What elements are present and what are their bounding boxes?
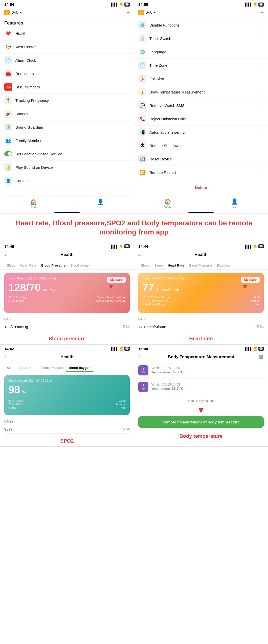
- left-dropdown-icon[interactable]: ▾: [20, 10, 22, 14]
- left-plus-button[interactable]: +: [126, 9, 130, 16]
- menu-item-fall-alert[interactable]: 🏃 Fall Alert ›: [134, 72, 268, 85]
- right-plus-button[interactable]: +: [260, 9, 264, 16]
- left-wifi-icon: 📶: [119, 3, 123, 6]
- menu-item-body-temp[interactable]: 🌡️ Body Temperature Measurement ›: [134, 85, 268, 99]
- tab-bo-hr[interactable]: Blood o...: [214, 262, 233, 269]
- bp-history: 04-29 128/70 mmHg 15:34: [0, 316, 134, 334]
- menu-item-sos[interactable]: SOS SOS Numbers ›: [0, 80, 134, 94]
- location-service-label: Set Location-Based Service: [15, 152, 62, 156]
- tab-sleep-hr[interactable]: Sleep: [152, 262, 165, 269]
- delete-button[interactable]: Delete: [134, 181, 268, 194]
- temp-item-1-value-row: Temperature: 36.5 °C: [151, 370, 184, 374]
- left-bottom-nav: 🏠 HOME 👤 ME: [0, 197, 134, 211]
- left-nav-me[interactable]: 👤 ME: [67, 199, 134, 209]
- hr-range-low: < 60 Times/Minute Low: [142, 303, 260, 306]
- right-dropdown-icon[interactable]: ▾: [154, 10, 156, 14]
- reject-calls-icon: 📞: [138, 115, 146, 123]
- hr-range-high: 101-200 Times/Minute High: [142, 296, 260, 299]
- alert-center-label: Alert Center: [15, 45, 36, 49]
- health-icon: ❤️: [4, 29, 12, 37]
- remote-measure-button[interactable]: Remote measurement of body temperature: [138, 416, 264, 428]
- location-toggle[interactable]: [4, 151, 12, 156]
- left-header-brand: ⚠️ D4U ▾: [4, 10, 22, 15]
- tab-bp-hr[interactable]: Blood Pressure: [187, 262, 214, 269]
- menu-item-reject-unknown[interactable]: 📞 Reject Unknown Calls ›: [134, 112, 268, 126]
- bp-history-date: 04-29: [4, 317, 130, 321]
- menu-item-sounds[interactable]: 🔊 Sounds ›: [0, 107, 134, 121]
- temp-item-2-value-row: Temperature: 36.7 °C: [151, 386, 184, 391]
- temp-gear-icon[interactable]: ⚙️: [258, 354, 264, 360]
- bp-back-arrow[interactable]: ‹: [4, 252, 6, 257]
- menu-item-health[interactable]: ❤️ Health ›: [0, 27, 134, 40]
- hr-high-range: 101-200 Times/Minute: [142, 296, 170, 299]
- temp-item-2-value: 36.7 °C: [172, 387, 184, 391]
- bp-health-tabs: Sleep Heart Rate Blood Pressure Blood ox…: [0, 260, 134, 270]
- retrieve-sms-label: Retrieve Watch SMS: [149, 103, 185, 108]
- hr-measure-button[interactable]: Measure: [241, 277, 260, 283]
- tab-sleep-bp[interactable]: Sleep: [4, 262, 18, 269]
- tab-hr-active[interactable]: Heart Rate: [165, 262, 187, 269]
- more-chevron: ›: [128, 189, 130, 193]
- menu-item-remote-shutdown[interactable]: ⏻ Remote Shutdown ›: [134, 139, 268, 152]
- menu-item-alert-center[interactable]: 💬 Alert Center ›: [0, 40, 134, 54]
- tab-steps-hr[interactable]: Steps: [138, 262, 152, 269]
- language-label: Language: [149, 50, 166, 54]
- temp-phone-screen: 15:00 ▌▌▌ 📶 99 ‹ Body Temperature Measur…: [134, 344, 268, 447]
- menu-item-sound-guardian[interactable]: 🛡️ Sound Guardian ›: [0, 121, 134, 134]
- menu-item-contacts[interactable]: 👤 Contacts ›: [0, 174, 134, 187]
- banner-text: Heart rate, Blood pressure,SPO2 and Body…: [8, 219, 260, 237]
- bp-value: 128/70: [8, 282, 41, 293]
- o2-history: 04-29 98% 15:34: [0, 418, 134, 437]
- bp-header-title: Health: [60, 252, 74, 257]
- o2-back-arrow[interactable]: ‹: [4, 354, 6, 360]
- home-nav-label: HOME: [30, 206, 37, 209]
- tracking-icon: 📍: [4, 96, 12, 104]
- menu-item-reset-device[interactable]: 🔄 Reset Device ›: [134, 152, 268, 166]
- right-wifi-icon: 📶: [253, 3, 257, 6]
- menu-item-alarm-clock[interactable]: 🕐 Alarm Clock ›: [0, 54, 134, 67]
- menu-item-reminders[interactable]: 🧰 Reminders ›: [0, 67, 134, 80]
- bp-measure-button[interactable]: Measure: [107, 277, 126, 283]
- menu-item-auto-answer[interactable]: 📲 Automatic answering ›: [134, 126, 268, 139]
- menu-item-timer-switch[interactable]: ⏲️ Timer Switch ›: [134, 32, 268, 45]
- menu-item-family[interactable]: 👥 Family Members ›: [0, 134, 134, 147]
- o2-card: Blood oxygen (2024-04-29 15:34) 98 % 90%…: [4, 375, 130, 415]
- hr-back-arrow[interactable]: ‹: [138, 252, 140, 257]
- bp-card: Blood Pressure (2024-04-29 15:34) 128/70…: [4, 273, 130, 313]
- temp-time: 15:00: [138, 347, 148, 351]
- menu-item-location-service[interactable]: Set Location-Based Service ›: [0, 147, 134, 161]
- top-phones-row: 14:54 ▌▌▌ 📶 99 ⚠️ D4U ▾ + Features ❤️ He…: [0, 0, 268, 213]
- reminders-label: Reminders: [15, 71, 34, 76]
- menu-item-tracking[interactable]: 📍 Tracking Frequency ›: [0, 94, 134, 107]
- menu-item-play-sound[interactable]: 🔔 Play Sound on Device ›: [0, 161, 134, 174]
- tab-hr-o2[interactable]: Heart Rate: [18, 364, 39, 372]
- sounds-chevron: ›: [128, 112, 130, 116]
- menu-item-retrieve-sms[interactable]: 💬 Retrieve Watch SMS ›: [134, 99, 268, 112]
- left-nav-home[interactable]: 🏠 HOME: [0, 199, 67, 209]
- right-bottom-nav: 🏠 HOME 👤 ME: [134, 196, 268, 210]
- reset-device-icon: 🔄: [138, 155, 146, 163]
- menu-item-timezone[interactable]: 🕐 Time Zone ›: [134, 59, 268, 72]
- tab-o2-bp[interactable]: Blood oxygen: [68, 262, 93, 269]
- menu-item-language[interactable]: 🌐 Language ›: [134, 45, 268, 59]
- o2-poor-range: < 70%: [8, 406, 16, 409]
- o2-average-label: Average: [115, 403, 126, 406]
- right-me-nav-label: ME: [233, 205, 236, 208]
- left-time: 14:54: [4, 2, 14, 7]
- temp-wifi: 📶: [253, 347, 257, 351]
- menu-item-disable-functions[interactable]: ⚙️ Disable Functions ›: [134, 18, 268, 32]
- right-nav-me[interactable]: 👤 ME: [201, 198, 268, 208]
- tab-bp-active[interactable]: Blood Pressure: [39, 262, 68, 269]
- menu-item-remote-restart[interactable]: 🔁 Remote Restart ›: [134, 166, 268, 179]
- tab-sleep-o2[interactable]: Sleep: [4, 364, 18, 372]
- location-service-chevron: ›: [128, 152, 130, 156]
- temp-back-arrow[interactable]: ‹: [138, 354, 140, 360]
- timezone-label: Time Zone: [149, 63, 167, 67]
- remote-measure-section: Up to 30 days of data ▼ Remote measureme…: [134, 395, 268, 432]
- right-nav-home[interactable]: 🏠 HOME: [134, 198, 201, 208]
- tab-bp-o2[interactable]: Blood Pressure: [39, 364, 66, 372]
- tab-hr-bp[interactable]: Heart Rate: [18, 262, 39, 269]
- remote-restart-icon: 🔁: [138, 168, 146, 176]
- tab-o2-active[interactable]: Blood oxygen: [66, 364, 93, 372]
- alert-center-icon: 💬: [4, 43, 12, 51]
